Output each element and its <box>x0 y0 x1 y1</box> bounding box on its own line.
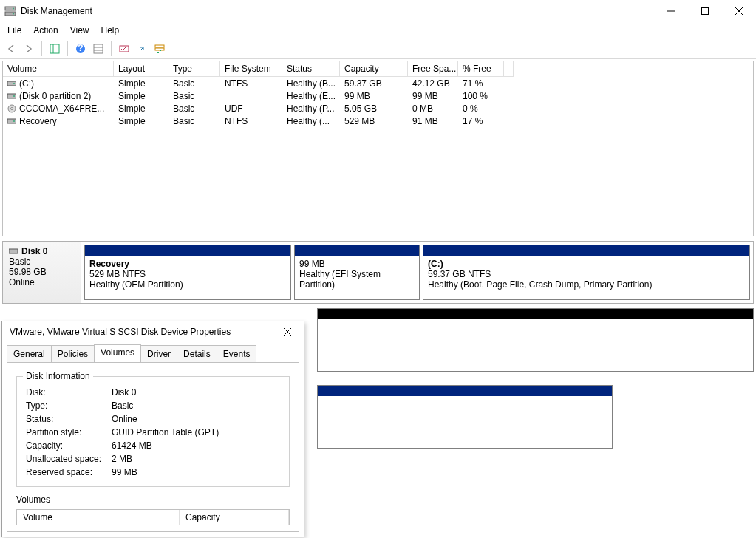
subcol-capacity[interactable]: Capacity <box>180 510 289 525</box>
volume-row[interactable]: CCCOMA_X64FRE...SimpleBasicUDFHealthy (P… <box>3 102 753 115</box>
svg-point-23 <box>11 107 13 109</box>
dialog-title: VMware, VMware Virtual S SCSI Disk Devic… <box>10 327 273 337</box>
dialog-volume-list-header[interactable]: Volume Capacity <box>16 509 290 525</box>
svg-point-21 <box>13 95 15 97</box>
col-layout[interactable]: Layout <box>114 61 168 77</box>
svg-point-2 <box>13 8 14 10</box>
disk-0-box[interactable]: Disk 0 Basic 59.98 GB Online Recovery529… <box>2 241 754 304</box>
volume-list-header[interactable]: Volume Layout Type File System Status Ca… <box>3 61 753 77</box>
tab-events[interactable]: Events <box>217 345 257 362</box>
svg-rect-20 <box>7 94 16 98</box>
svg-rect-18 <box>7 81 16 86</box>
col-file-system[interactable]: File System <box>220 61 282 77</box>
dialog-title-bar[interactable]: VMware, VMware Virtual S SCSI Disk Devic… <box>2 321 304 342</box>
svg-point-19 <box>13 83 15 84</box>
svg-rect-17 <box>155 48 164 50</box>
dialog-close-button[interactable] <box>273 322 302 341</box>
partition-unallocated[interactable] <box>317 308 754 372</box>
col-free-space[interactable]: Free Spa... <box>408 61 458 77</box>
device-properties-dialog: VMware, VMware Virtual S SCSI Disk Devic… <box>1 321 304 537</box>
col-pct-free[interactable]: % Free <box>458 61 504 77</box>
drive-icon <box>7 92 16 101</box>
volume-row[interactable]: (Disk 0 partition 2)SimpleBasicHealthy (… <box>3 89 753 102</box>
cd-icon <box>7 104 16 113</box>
title-bar: Disk Management <box>0 0 756 22</box>
svg-rect-5 <box>702 8 709 15</box>
menu-view[interactable]: View <box>64 23 95 38</box>
disk-information-group: Disk Information Disk:Disk 0 Type:Basic … <box>16 376 290 487</box>
tab-details[interactable]: Details <box>177 345 217 362</box>
tab-volumes[interactable]: Volumes <box>94 344 141 362</box>
show-hide-console-tree-button[interactable] <box>47 41 63 57</box>
svg-point-25 <box>13 120 15 122</box>
subcol-volume[interactable]: Volume <box>17 510 180 525</box>
menu-help[interactable]: Help <box>95 23 126 38</box>
svg-rect-16 <box>155 45 164 47</box>
menu-file[interactable]: File <box>1 23 27 38</box>
toolbar: ? <box>0 38 756 59</box>
volume-row[interactable]: RecoverySimpleBasicNTFSHealthy (...529 M… <box>3 115 753 127</box>
col-volume[interactable]: Volume <box>3 61 114 77</box>
settings-button[interactable] <box>90 41 106 57</box>
partition[interactable]: Recovery529 MB NTFSHealthy (OEM Partitio… <box>84 245 291 300</box>
tab-driver[interactable]: Driver <box>140 345 177 362</box>
svg-rect-24 <box>7 119 16 123</box>
minimize-button[interactable] <box>654 0 688 22</box>
back-button[interactable] <box>3 41 19 57</box>
partition[interactable]: (C:)59.37 GB NTFSHealthy (Boot, Page Fil… <box>423 245 750 300</box>
svg-rect-26 <box>9 249 18 253</box>
rescan-disks-button[interactable] <box>134 41 150 57</box>
maximize-button[interactable] <box>688 0 722 22</box>
partition[interactable] <box>317 385 613 449</box>
volume-row[interactable]: (C:)SimpleBasicNTFSHealthy (B...59.37 GB… <box>3 77 753 89</box>
refresh-button[interactable] <box>116 41 132 57</box>
forward-button[interactable] <box>21 41 37 57</box>
col-type[interactable]: Type <box>168 61 220 77</box>
svg-rect-12 <box>94 44 103 53</box>
col-capacity[interactable]: Capacity <box>340 61 408 77</box>
help-button[interactable]: ? <box>72 41 89 57</box>
svg-point-3 <box>13 13 14 15</box>
menu-bar: File Action View Help <box>0 22 756 38</box>
dialog-body: Disk Information Disk:Disk 0 Type:Basic … <box>7 362 299 532</box>
close-button[interactable] <box>722 0 756 22</box>
volumes-label: Volumes <box>16 494 290 505</box>
svg-text:?: ? <box>78 44 83 53</box>
list-button[interactable] <box>151 41 168 57</box>
volume-list[interactable]: Volume Layout Type File System Status Ca… <box>2 61 754 236</box>
dialog-tabs: General Policies Volumes Driver Details … <box>2 345 304 362</box>
tab-policies[interactable]: Policies <box>51 345 95 362</box>
svg-rect-8 <box>50 44 59 53</box>
app-icon <box>4 5 16 17</box>
drive-icon <box>7 117 16 126</box>
partition[interactable]: 99 MBHealthy (EFI System Partition) <box>294 245 420 300</box>
disk-0-header[interactable]: Disk 0 Basic 59.98 GB Online <box>3 242 81 303</box>
drive-icon <box>7 79 16 88</box>
window-title: Disk Management <box>21 6 654 16</box>
col-status[interactable]: Status <box>282 61 340 77</box>
disk-icon <box>9 247 18 256</box>
tab-general[interactable]: General <box>7 345 52 362</box>
menu-action[interactable]: Action <box>27 23 64 38</box>
